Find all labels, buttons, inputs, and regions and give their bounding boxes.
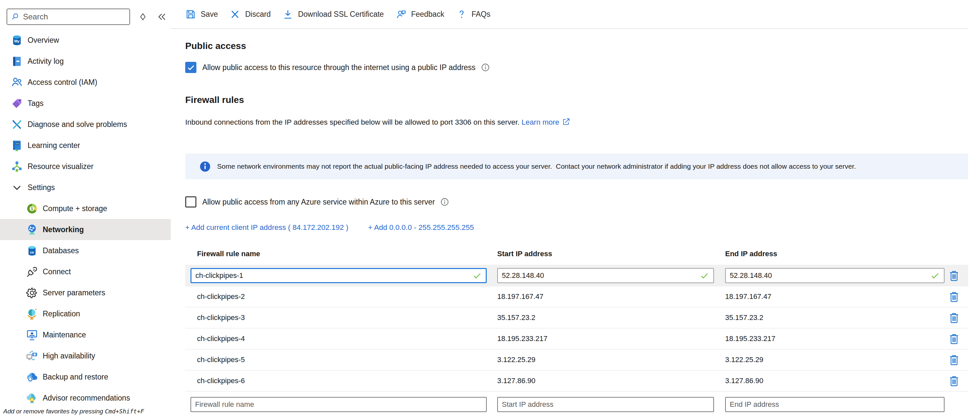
question-mark-icon [456, 9, 472, 20]
add-all-ips-link[interactable]: + Add 0.0.0.0 - 255.255.255.255 [368, 223, 474, 232]
download-icon [282, 9, 298, 20]
tags-icon [10, 97, 24, 110]
add-current-client-ip-link[interactable]: + Add current client IP address ( 84.172… [185, 223, 348, 232]
firewall-rule-row: ch-clickpipes-4 18.195.233.217 18.195.23… [185, 329, 968, 350]
sidebar-item-maintenance[interactable]: Maintenance [0, 324, 171, 345]
info-filled-icon [199, 160, 211, 173]
rule-start-ip: 18.197.167.47 [497, 292, 725, 301]
sidebar-item-backup-restore[interactable]: Backup and restore [0, 366, 171, 387]
save-button[interactable]: Save [185, 9, 218, 20]
rule-end-ip: 18.197.167.47 [725, 292, 948, 301]
azure-services-checkbox-label: Allow public access from any Azure servi… [202, 198, 435, 206]
delete-rule-button[interactable] [948, 291, 959, 303]
firewall-rule-row: ch-clickpipes-3 35.157.23.2 35.157.23.2 [185, 307, 968, 329]
sidebar-item-connect[interactable]: Connect [0, 261, 171, 282]
sidebar-item-databases[interactable]: DB Databases [0, 240, 171, 261]
learn-more-link[interactable]: Learn more [522, 118, 570, 126]
resource-menu-sidebar: My Overview Activity log Access control … [0, 0, 171, 417]
public-access-heading: Public access [185, 41, 968, 51]
sidebar-item-networking[interactable]: Networking [0, 219, 171, 240]
discard-button[interactable]: Discard [229, 9, 270, 20]
column-header-end-ip: End IP address [725, 249, 948, 258]
rule-end-ip: 35.157.23.2 [725, 313, 948, 322]
sidebar-item-overview[interactable]: My Overview [0, 30, 171, 51]
search-input[interactable] [23, 12, 126, 21]
sidebar-item-settings[interactable]: Settings [0, 177, 171, 198]
external-link-icon [559, 118, 570, 126]
diagnose-icon [10, 118, 24, 131]
sidebar-item-resource-visualizer[interactable]: Resource visualizer [0, 156, 171, 177]
diamond-icon[interactable] [138, 12, 148, 22]
sidebar-item-access-control[interactable]: Access control (IAM) [0, 72, 171, 93]
collapse-sidebar-icon[interactable] [157, 12, 167, 22]
sidebar-item-advisor[interactable]: Advisor recommendations [0, 387, 171, 409]
table-header-row: Firewall rule name Start IP address End … [185, 249, 968, 265]
delete-rule-button[interactable] [948, 312, 959, 324]
azure-portal-networking-blade: My Overview Activity log Access control … [0, 0, 980, 417]
end-ip-input[interactable] [725, 268, 945, 283]
sidebar-item-replication[interactable]: Replication [0, 303, 171, 324]
download-ssl-certificate-button[interactable]: Download SSL Certificate [282, 9, 383, 20]
learning-center-icon: 101 [10, 139, 24, 152]
networking-icon [25, 223, 39, 236]
checkmark-icon [186, 63, 196, 72]
delete-rule-button[interactable] [948, 269, 959, 282]
favorites-shortcut: Cmd+Shift+F [105, 408, 144, 415]
rule-name: ch-clickpipes-5 [185, 356, 497, 364]
sidebar-item-activity-log[interactable]: Activity log [0, 51, 171, 72]
valid-check-icon [930, 271, 940, 281]
public-access-checkbox-row: Allow public access to this resource thr… [185, 62, 968, 73]
firewall-rules-heading: Firewall rules [185, 95, 968, 105]
high-availability-icon [25, 349, 39, 363]
sidebar-item-learning-center[interactable]: 101 Learning center [0, 135, 171, 156]
column-header-rule-name: Firewall rule name [185, 249, 497, 258]
resource-visualizer-icon [10, 160, 24, 173]
sidebar-item-high-availability[interactable]: High availability [0, 345, 171, 366]
favorites-hint-text: Add or remove favorites by pressing [3, 408, 105, 415]
column-header-start-ip: Start IP address [497, 249, 725, 258]
sidebar-item-tags[interactable]: Tags [0, 93, 171, 114]
firewall-rule-rows: ch-clickpipes-2 18.197.167.47 18.197.167… [185, 286, 968, 392]
networking-content: Public access Allow public access to thi… [171, 29, 980, 413]
rule-end-ip: 3.122.25.29 [725, 356, 948, 364]
faqs-button[interactable]: FAQs [456, 9, 491, 20]
azure-services-checkbox-row: Allow public access from any Azure servi… [185, 197, 968, 208]
firewall-rule-edit-row [185, 265, 968, 286]
firewall-rules-table: Firewall rule name Start IP address End … [185, 249, 968, 413]
new-rule-name-input[interactable] [191, 397, 487, 412]
delete-rule-button[interactable] [948, 375, 959, 387]
sidebar-item-compute-storage[interactable]: $ Compute + storage [0, 198, 171, 219]
sidebar-search-box[interactable] [6, 8, 130, 25]
sidebar-nav: My Overview Activity log Access control … [0, 30, 171, 409]
new-end-ip-input[interactable] [725, 397, 945, 412]
valid-check-icon [472, 271, 482, 281]
rule-name-input[interactable] [191, 268, 487, 283]
info-icon[interactable] [440, 197, 449, 206]
new-start-ip-input[interactable] [497, 397, 714, 412]
svg-text:$: $ [31, 206, 33, 211]
server-parameters-icon [25, 286, 39, 299]
add-ip-links: + Add current client IP address ( 84.172… [185, 223, 968, 232]
activity-log-icon [10, 54, 24, 68]
svg-text:My: My [14, 39, 20, 43]
delete-rule-button[interactable] [948, 353, 959, 366]
rule-name: ch-clickpipes-3 [185, 313, 497, 322]
rule-end-ip: 3.127.86.90 [725, 377, 948, 385]
info-icon[interactable] [481, 63, 490, 72]
discard-icon [229, 9, 245, 20]
feedback-button[interactable]: Feedback [396, 9, 444, 20]
search-icon [11, 12, 20, 21]
sidebar-item-server-parameters[interactable]: Server parameters [0, 282, 171, 303]
azure-services-checkbox[interactable] [185, 197, 196, 208]
start-ip-input[interactable] [497, 268, 714, 283]
rule-start-ip: 3.127.86.90 [497, 377, 725, 385]
public-access-checkbox-label: Allow public access to this resource thr… [202, 63, 476, 72]
delete-rule-button[interactable] [948, 332, 959, 345]
public-access-checkbox[interactable] [185, 62, 196, 73]
sidebar-search-row [0, 0, 171, 25]
rule-name: ch-clickpipes-2 [185, 292, 497, 301]
sidebar-item-diagnose[interactable]: Diagnose and solve problems [0, 114, 171, 135]
replication-icon [25, 307, 39, 320]
connect-icon [25, 265, 39, 278]
compute-storage-icon: $ [25, 202, 39, 215]
